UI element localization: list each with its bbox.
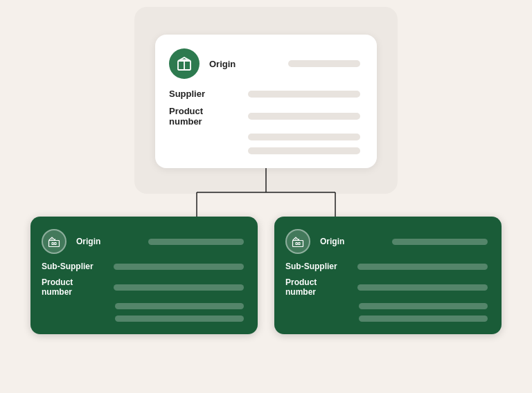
top-supplier-row: Supplier	[169, 89, 360, 99]
top-origin-label: Origin	[209, 59, 278, 69]
left-product-label: Product number	[42, 277, 104, 297]
right-factory-icon-circle	[285, 229, 310, 254]
top-card: Origin Supplier Product number	[155, 35, 377, 168]
right-extra-bar-2	[359, 316, 488, 322]
connector-svg	[155, 168, 377, 217]
right-origin-row: Origin	[285, 229, 488, 254]
bottom-card-left: Origin Sub-Supplier Product number	[30, 217, 258, 334]
top-supplier-label: Supplier	[169, 89, 238, 99]
left-subsupplier-bar	[114, 264, 244, 270]
left-origin-bar	[148, 239, 244, 245]
left-extra-bar-2	[115, 316, 244, 322]
right-origin-label: Origin	[320, 237, 382, 246]
left-subsupplier-row: Sub-Supplier	[42, 262, 244, 271]
svg-rect-9	[55, 243, 56, 245]
left-origin-row: Origin	[42, 229, 244, 254]
left-subsupplier-label: Sub-Supplier	[42, 262, 104, 271]
connector-lines	[155, 168, 377, 217]
top-supplier-bar	[248, 91, 360, 98]
left-product-row: Product number	[42, 277, 244, 297]
top-card-wrapper: Origin Supplier Product number	[155, 35, 377, 168]
factory-icon-left	[48, 235, 60, 248]
top-origin-bar	[288, 60, 360, 67]
left-extra-bar-1	[115, 303, 244, 309]
bottom-card-right: Origin Sub-Supplier Product number	[274, 217, 502, 334]
box-icon-circle	[169, 48, 200, 79]
top-product-row: Product number	[169, 106, 360, 127]
right-subsupplier-label: Sub-Supplier	[285, 262, 348, 271]
left-origin-label: Origin	[76, 237, 139, 246]
diagram-container: Origin Supplier Product number	[0, 0, 532, 393]
top-extra-bar-2	[248, 147, 360, 154]
svg-rect-7	[49, 241, 60, 247]
svg-rect-13	[296, 243, 297, 245]
right-product-row: Product number	[285, 277, 488, 297]
top-product-label: Product number	[169, 106, 238, 127]
bottom-cards-row: Origin Sub-Supplier Product number	[30, 217, 502, 334]
right-subsupplier-row: Sub-Supplier	[285, 262, 488, 271]
box-icon	[176, 55, 193, 72]
right-origin-bar	[392, 239, 488, 245]
right-subsupplier-bar	[357, 264, 488, 270]
svg-rect-12	[293, 241, 303, 247]
right-product-bar	[357, 284, 488, 291]
left-factory-icon-circle	[42, 229, 66, 254]
top-product-bar	[248, 113, 360, 120]
svg-rect-8	[52, 243, 53, 245]
right-extra-bar-1	[359, 303, 488, 309]
top-extra-bar-1	[248, 134, 360, 140]
right-product-label: Product number	[285, 277, 348, 297]
factory-icon-right	[292, 235, 304, 248]
top-origin-row: Origin	[169, 48, 360, 79]
left-product-bar	[114, 284, 244, 291]
svg-rect-14	[299, 243, 300, 245]
